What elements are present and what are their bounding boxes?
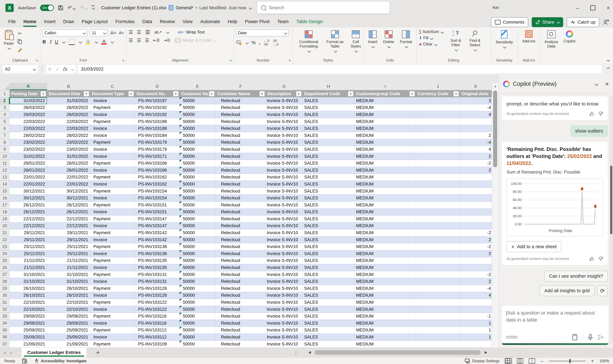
- cell-document-type[interactable]: Payment: [90, 229, 135, 236]
- normal-view-button[interactable]: [505, 358, 511, 364]
- underline-dropdown-icon[interactable]: [62, 40, 66, 43]
- table-row[interactable]: 1826/12/202126/12/2021InvoicePS-INV10315…: [0, 209, 492, 216]
- row-header-7[interactable]: 7: [0, 132, 10, 139]
- table-row[interactable]: 2926/10/202126/10/2021PaymentPS-INV10312…: [0, 285, 492, 292]
- align-center-button[interactable]: ☰: [137, 38, 141, 43]
- user-name[interactable]: Ker: [493, 5, 499, 10]
- cell-customergroup-code[interactable]: MEDIUM: [354, 132, 416, 139]
- cell-customer-no[interactable]: 50000: [180, 306, 216, 313]
- cell-customer-name[interactable]: Relecloud: [216, 250, 266, 257]
- cell-document-no[interactable]: PS-INV103109: [135, 341, 180, 348]
- cell-posting-date[interactable]: 21/11/2021: [10, 264, 47, 271]
- underline-button[interactable]: U: [55, 39, 58, 44]
- table-header-document-type[interactable]: Document Type▼: [90, 90, 135, 97]
- cell-department-code[interactable]: SALES: [303, 313, 354, 320]
- cell-original-amount[interactable]: [460, 341, 492, 348]
- cell-document-type[interactable]: Payment: [90, 160, 135, 167]
- cell-customer-name[interactable]: Relecloud: [216, 104, 266, 111]
- table-header-description[interactable]: Description▼: [266, 90, 303, 97]
- cell-customer-name[interactable]: Relecloud: [216, 271, 266, 278]
- cell-original-amount[interactable]: -2: [460, 243, 492, 250]
- cell-document-no[interactable]: PS-INV103142: [135, 229, 180, 236]
- suggestion-chip-add-all-insights[interactable]: Add all insights to grid: [540, 285, 595, 296]
- row-header-4[interactable]: 4: [0, 111, 10, 118]
- autosum-button[interactable]: ∑ AutoSum: [419, 29, 443, 34]
- cell-document-date[interactable]: 31/01/2022: [47, 153, 90, 160]
- cell-posting-date[interactable]: 29/09/2021: [10, 313, 47, 320]
- cell-description[interactable]: Invoice S-INV10: [266, 153, 303, 160]
- cell-document-no[interactable]: PS-INV103188: [135, 118, 180, 125]
- cell-document-date[interactable]: 26/01/2022: [47, 167, 90, 174]
- cell-customer-name[interactable]: Relecloud: [216, 139, 266, 146]
- customize-quick-access-icon[interactable]: ▔: [92, 6, 95, 10]
- cell-customergroup-code[interactable]: MEDIUM: [354, 278, 416, 285]
- table-row[interactable]: 1322/01/202222/01/2022PaymentPS-INV10316…: [0, 174, 492, 181]
- cell-document-type[interactable]: Invoice: [90, 278, 135, 285]
- cell-document-no[interactable]: PS-INV103154: [135, 195, 180, 201]
- cell-currency-code[interactable]: [416, 320, 460, 327]
- shrink-font-button[interactable]: A˅: [119, 31, 124, 35]
- column-header-D[interactable]: D: [135, 83, 180, 90]
- cell-department-code[interactable]: SALES: [303, 132, 354, 139]
- table-row[interactable]: 2022/12/202122/12/2021InvoicePS-INV10314…: [0, 222, 492, 230]
- cell-document-type[interactable]: Invoice: [90, 146, 135, 153]
- cell-document-no[interactable]: PS-INV103112: [135, 334, 180, 340]
- cell-currency-code[interactable]: [416, 229, 460, 236]
- row-header-17[interactable]: 17: [0, 202, 10, 208]
- cell-department-code[interactable]: SALES: [303, 320, 354, 327]
- cell-document-no[interactable]: PS-INV103147: [135, 222, 180, 229]
- cell-department-code[interactable]: SALES: [303, 341, 354, 348]
- cell-description[interactable]: Invoice S-INV10: [266, 195, 303, 201]
- cell-description[interactable]: Invoice S-INV10: [266, 292, 303, 299]
- cell-currency-code[interactable]: [416, 278, 460, 285]
- cell-description[interactable]: Invoice S-INV10: [266, 111, 303, 118]
- cell-document-no[interactable]: PS-INV103142: [135, 236, 180, 243]
- filter-dropdown-icon[interactable]: ▼: [409, 91, 415, 96]
- cell-document-date[interactable]: 22/03/2022: [47, 118, 90, 125]
- align-left-button[interactable]: ☰: [129, 38, 133, 43]
- cell-description[interactable]: Invoice S-INV10: [266, 125, 303, 132]
- send-icon[interactable]: [598, 334, 604, 340]
- ribbon-tab-view[interactable]: View: [179, 16, 196, 27]
- cell-document-date[interactable]: 25/11/2021: [47, 243, 90, 250]
- cell-customergroup-code[interactable]: MEDIUM: [354, 125, 416, 132]
- column-header-C[interactable]: C: [90, 83, 135, 90]
- cell-document-type[interactable]: Payment: [90, 299, 135, 306]
- cell-original-amount[interactable]: [460, 306, 492, 313]
- cell-customer-name[interactable]: Relecloud: [216, 257, 266, 264]
- row-header-33[interactable]: 33: [0, 313, 10, 320]
- row-header-18[interactable]: 18: [0, 209, 10, 216]
- cell-original-amount[interactable]: [460, 181, 492, 188]
- fill-color-dropdown-icon[interactable]: [95, 40, 98, 43]
- cell-department-code[interactable]: SALES: [303, 111, 354, 118]
- cell-customer-no[interactable]: 50000: [180, 341, 216, 348]
- font-color-dropdown-icon[interactable]: [111, 40, 114, 43]
- cell-document-type[interactable]: Invoice: [90, 292, 135, 299]
- next-sheet-icon[interactable]: ›: [10, 350, 12, 356]
- cell-customer-no[interactable]: 50000: [180, 278, 216, 285]
- row-header-20[interactable]: 20: [0, 222, 10, 229]
- cell-currency-code[interactable]: [416, 257, 460, 264]
- cell-customergroup-code[interactable]: MEDIUM: [354, 202, 416, 208]
- cell-original-amount[interactable]: -1: [460, 313, 492, 320]
- cell-department-code[interactable]: SALES: [303, 285, 354, 292]
- column-header-F[interactable]: F: [216, 83, 266, 90]
- cell-customergroup-code[interactable]: MEDIUM: [354, 264, 416, 271]
- row-header-22[interactable]: 22: [0, 236, 10, 243]
- display-settings-button[interactable]: Display Settings: [465, 359, 500, 363]
- cell-department-code[interactable]: SALES: [303, 209, 354, 216]
- cell-description[interactable]: Invoice S-INV10: [266, 167, 303, 174]
- cell-posting-date[interactable]: 29/09/2021: [10, 320, 47, 327]
- cell-customer-no[interactable]: 50000: [180, 125, 216, 132]
- cell-document-date[interactable]: 26/03/2022: [47, 111, 90, 118]
- cell-document-type[interactable]: Payment: [90, 271, 135, 278]
- cell-currency-code[interactable]: [416, 292, 460, 299]
- cell-customer-no[interactable]: 50000: [180, 334, 216, 340]
- format-cells-button[interactable]: Format: [398, 29, 414, 56]
- cell-customergroup-code[interactable]: MEDIUM: [354, 174, 416, 181]
- cell-original-amount[interactable]: 1: [460, 320, 492, 327]
- cell-description[interactable]: Invoice S-INV10: [266, 139, 303, 146]
- cell-description[interactable]: Invoice S-INV10: [266, 97, 303, 104]
- comments-button[interactable]: Comments: [491, 17, 528, 27]
- cell-posting-date[interactable]: 26/01/2022: [10, 167, 47, 174]
